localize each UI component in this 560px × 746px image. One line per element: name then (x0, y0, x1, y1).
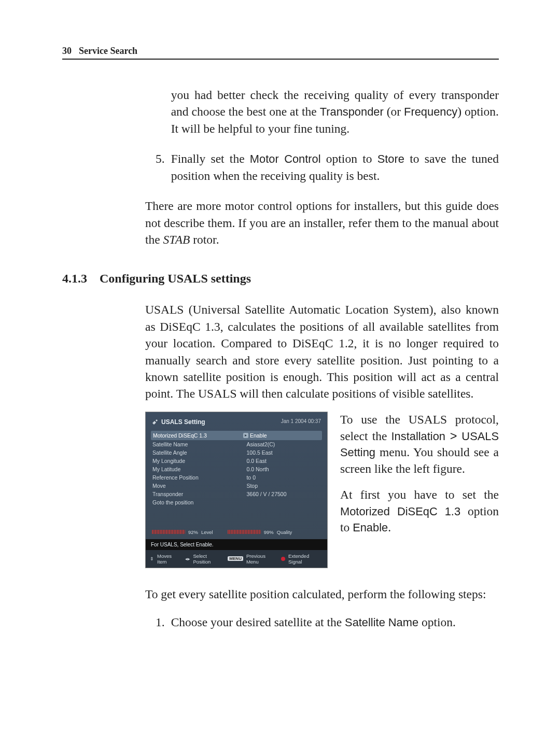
opt-satellite-name: Satellite Name (345, 616, 418, 629)
osd-row-value: to 0 (246, 474, 320, 481)
osd-row: Goto the position (151, 498, 322, 506)
hint: Moves Item (157, 553, 182, 565)
level-meter: 92% Level (152, 529, 213, 535)
osd-row: Reference Positionto 0 (151, 473, 322, 482)
updown-icon: ⇕ (150, 556, 154, 561)
opt-enable: Enable (353, 521, 388, 534)
enable-motorized: At first you have to set the Motorized D… (340, 487, 499, 536)
usals-menu-path: To use the USALS protocol, select the In… (340, 412, 499, 477)
osd-row-value: Asiasat2(C) (246, 441, 320, 447)
red-dot-icon (281, 557, 285, 561)
opt-frequency: Frequency (404, 105, 457, 118)
chapter-title: Service Search (79, 46, 137, 57)
opt-motor-control: Motor Control (250, 152, 321, 165)
page-header: 30 Service Search (62, 46, 499, 60)
opt-transponder: Transponder (320, 105, 384, 118)
steps-intro: To get every satellite position calculat… (145, 586, 499, 602)
page-number: 30 (62, 46, 72, 57)
osd-row-label: Transponder (152, 491, 243, 497)
txt: (or (384, 105, 404, 118)
arrow-icon: ▸ (243, 433, 248, 438)
osd-row: Motorized DiSEqC 1.3▸Enable (151, 431, 322, 440)
section-heading: 4.1.3 Configuring USALS settings (62, 272, 499, 286)
osd-title: USALS Setting (161, 418, 205, 426)
stab-rotor: STAB (163, 233, 190, 246)
section-title: Configuring USALS settings (100, 272, 251, 286)
step-5-num: 5. (156, 150, 165, 184)
osd-row-label: Motorized DiSEqC 1.3 (153, 432, 243, 439)
osd-row-label: My Latitude (152, 466, 243, 472)
osd-row-label: Reference Position (152, 474, 243, 481)
osd-row-value: 3660 / V / 27500 (246, 491, 320, 497)
osd-datetime: Jan 1 2004 00:37 (281, 418, 321, 426)
quality-lbl: Quality (277, 529, 292, 535)
osd-row: Transponder3660 / V / 27500 (151, 490, 322, 498)
txt: option to (321, 152, 377, 165)
level-pct: 92% (188, 529, 198, 535)
menu-chip: MENU (228, 556, 243, 561)
osd-nav-hints: ⇕ Moves Item ◂▸ Select Position MENU Pre… (146, 550, 327, 568)
installer-note: There are more motor control options for… (145, 198, 499, 248)
txt: . (388, 520, 391, 534)
osd-row-value: 0.0 East (246, 458, 320, 464)
satellite-icon (152, 419, 158, 425)
usals-intro: USALS (Universal Satellite Automatic Loc… (145, 301, 499, 402)
osd-row-value: Stop (246, 483, 320, 489)
step-1-num: 1. (156, 614, 165, 630)
osd-row-value (246, 499, 320, 505)
menu-installation: Installation (391, 430, 445, 443)
hint: Select Position (193, 553, 225, 565)
osd-row-label: Satellite Name (152, 441, 243, 447)
opt-motorized: Motorized DiSEqC 1.3 (340, 505, 460, 518)
step-1-text: Choose your desired satellite at the Sat… (171, 614, 499, 630)
osd-row-label: Move (152, 483, 243, 489)
section-number: 4.1.3 (62, 272, 87, 286)
osd-row: Satellite NameAsiasat2(C) (151, 440, 322, 448)
txt: rotor. (190, 233, 219, 246)
txt: Choose your desired satellite at the (171, 615, 345, 629)
hint: Previous Menu (246, 553, 278, 565)
quality-pct: 99% (264, 529, 274, 535)
osd-row-label: Satellite Angle (152, 449, 243, 456)
usals-screenshot: USALS Setting Jan 1 2004 00:37 Motorized… (145, 412, 328, 568)
step-5-text: Finally set the Motor Control option to … (171, 150, 499, 184)
osd-row-value: 100.5 East (246, 449, 320, 456)
level-lbl: Level (201, 529, 213, 535)
txt: Finally set the (171, 152, 250, 165)
opt-store: Store (377, 152, 404, 165)
osd-row: My Latitude0.0 North (151, 465, 322, 473)
leftright-icon: ◂▸ (185, 556, 190, 561)
osd-row-value: 0.0 North (246, 466, 320, 472)
hint: Extended Signal (288, 553, 323, 565)
gt: > (445, 429, 461, 443)
osd-hint: For USALS, Select Enable. (146, 539, 327, 550)
osd-row-value: Enable (250, 432, 324, 439)
osd-row: My Longitude0.0 East (151, 457, 322, 465)
osd-row-label: My Longitude (152, 458, 243, 464)
txt: At first you have to set the (340, 488, 499, 501)
osd-row: MoveStop (151, 482, 322, 490)
step-4-continued: you had better check the receiving quali… (171, 87, 499, 137)
txt: option. (418, 615, 456, 629)
osd-row: Satellite Angle100.5 East (151, 448, 322, 457)
osd-row-label: Goto the position (152, 499, 243, 505)
quality-meter: 99% Quality (228, 529, 292, 535)
